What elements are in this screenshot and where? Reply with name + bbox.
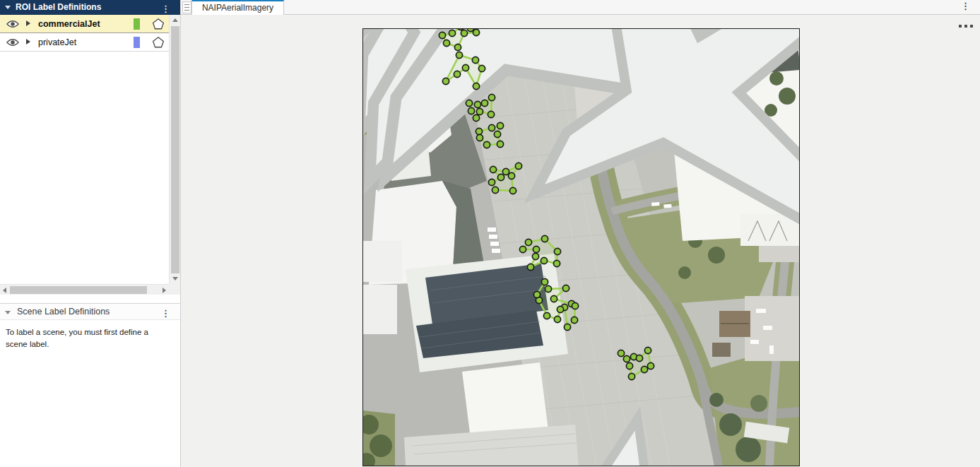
roi-vertex[interactable]	[488, 179, 495, 185]
roi-vertex[interactable]	[481, 100, 488, 106]
roi-label-name: commercialJet	[38, 19, 100, 29]
roi-vertex[interactable]	[492, 187, 498, 193]
roi-vertex[interactable]	[473, 83, 479, 89]
roi-vertex[interactable]	[462, 64, 468, 71]
eye-icon[interactable]	[6, 38, 19, 47]
roi-vertex[interactable]	[541, 257, 547, 264]
roi-vertex[interactable]	[442, 78, 449, 84]
caret-right-icon[interactable]	[26, 20, 30, 26]
roi-vertex[interactable]	[468, 107, 474, 114]
roi-vertex[interactable]	[626, 362, 632, 369]
roi-vertex[interactable]	[554, 248, 560, 254]
document-tab-bar: NAIPAerialImagery ⋮	[181, 0, 980, 15]
roi-vertex[interactable]	[474, 101, 480, 107]
roi-vertex[interactable]	[554, 316, 560, 322]
roi-vertex[interactable]	[553, 260, 560, 266]
roi-vertex[interactable]	[456, 52, 462, 58]
eye-icon[interactable]	[6, 20, 19, 28]
roi-vertex[interactable]	[541, 278, 548, 285]
roi-vertex[interactable]	[466, 100, 472, 106]
roi-vertex[interactable]	[488, 124, 495, 131]
roi-vertex[interactable]	[461, 30, 467, 36]
roi-vertex[interactable]	[543, 312, 550, 319]
roi-color-swatch[interactable]	[134, 37, 140, 48]
roi-vertex[interactable]	[497, 174, 504, 180]
roi-vertex[interactable]	[497, 141, 503, 147]
roi-vertex[interactable]	[527, 264, 533, 270]
roi-vertex[interactable]	[532, 253, 538, 259]
roi-vertex[interactable]	[476, 128, 482, 134]
roi-vertex[interactable]	[550, 295, 557, 302]
scroll-left-arrow-icon[interactable]	[3, 288, 6, 293]
roi-vertex[interactable]	[623, 355, 630, 362]
roi-label-row-privateJet[interactable]: privateJet	[0, 33, 169, 52]
caret-right-icon[interactable]	[26, 39, 30, 45]
roi-vertex[interactable]	[472, 57, 478, 63]
roi-label-row-commercialJet[interactable]: commercialJet	[0, 15, 169, 33]
roi-vertex[interactable]	[494, 131, 500, 137]
roi-vertex[interactable]	[618, 350, 624, 356]
roi-vertex[interactable]	[478, 65, 485, 71]
roi-vertex[interactable]	[509, 187, 516, 194]
kebab-menu-icon[interactable]: ⋮	[161, 1, 170, 16]
roi-vertex[interactable]	[571, 317, 577, 323]
roi-vertex[interactable]	[454, 71, 460, 77]
roi-vertex[interactable]	[473, 114, 479, 121]
document-bar-icon[interactable]	[182, 1, 191, 13]
kebab-menu-icon[interactable]: ⋮	[161, 305, 170, 321]
ellipsis-icon[interactable]	[956, 23, 974, 29]
scroll-down-arrow-icon[interactable]	[172, 277, 178, 280]
roi-vertex[interactable]	[564, 324, 570, 330]
roi-vertex[interactable]	[502, 168, 509, 175]
horizontal-scrollbar[interactable]	[0, 284, 169, 295]
roi-vertex[interactable]	[628, 373, 634, 379]
roi-vertex[interactable]	[636, 355, 642, 361]
roi-vertex[interactable]	[488, 94, 495, 100]
roi-label-definitions-header[interactable]: ROI Label Definitions ⋮	[0, 0, 180, 15]
roi-vertex[interactable]	[454, 44, 461, 50]
roi-vertex[interactable]	[647, 362, 654, 369]
roi-vertex[interactable]	[443, 40, 449, 46]
roi-vertex[interactable]	[525, 239, 531, 245]
collapse-triangle-down-icon[interactable]	[5, 311, 11, 314]
roi-vertex[interactable]	[533, 246, 539, 252]
roi-vertex[interactable]	[476, 108, 483, 114]
roi-vertex[interactable]	[545, 285, 551, 292]
roi-vertex[interactable]	[572, 302, 578, 309]
roi-vertex[interactable]	[497, 122, 503, 129]
pentagon-roi-icon[interactable]	[152, 36, 165, 49]
roi-vertex[interactable]	[439, 32, 445, 38]
roi-vertex[interactable]	[644, 347, 651, 353]
roi-vertex[interactable]	[490, 166, 496, 172]
roi-vertex[interactable]	[641, 366, 647, 372]
roi-vertex[interactable]	[533, 291, 540, 297]
vertical-scrollbar[interactable]	[169, 15, 180, 284]
roi-vertex[interactable]	[483, 141, 490, 148]
scrollbar-corner	[169, 284, 180, 295]
horizontal-scrollbar-thumb[interactable]	[10, 286, 147, 294]
collapse-triangle-down-icon[interactable]	[5, 6, 11, 9]
roi-vertex[interactable]	[476, 134, 483, 141]
roi-vertex[interactable]	[562, 285, 569, 291]
roi-panel-title: ROI Label Definitions	[16, 0, 101, 15]
roi-vertex[interactable]	[508, 172, 514, 179]
scroll-right-arrow-icon[interactable]	[163, 288, 166, 293]
kebab-menu-icon[interactable]: ⋮	[961, 1, 970, 11]
roi-vertex[interactable]	[473, 29, 479, 35]
roi-vertex[interactable]	[515, 162, 521, 169]
scroll-up-arrow-icon[interactable]	[172, 18, 178, 22]
roi-vertex[interactable]	[541, 235, 548, 242]
roi-vertex[interactable]	[557, 306, 563, 312]
pentagon-roi-icon[interactable]	[152, 18, 165, 30]
roi-vertex[interactable]	[449, 30, 455, 36]
tab-naipaerialimagery[interactable]: NAIPAerialImagery	[191, 0, 284, 15]
vertical-scrollbar-thumb[interactable]	[171, 26, 179, 273]
aerial-image-frame[interactable]	[362, 28, 800, 466]
roi-vertex[interactable]	[488, 111, 494, 117]
scene-label-definitions-header[interactable]: Scene Label Definitions ⋮	[0, 304, 180, 320]
roi-vertex[interactable]	[519, 246, 526, 252]
aerial-imagery[interactable]	[363, 29, 799, 466]
scene-panel-title: Scene Label Definitions	[17, 304, 110, 320]
image-canvas	[181, 15, 980, 467]
roi-color-swatch[interactable]	[134, 18, 140, 30]
